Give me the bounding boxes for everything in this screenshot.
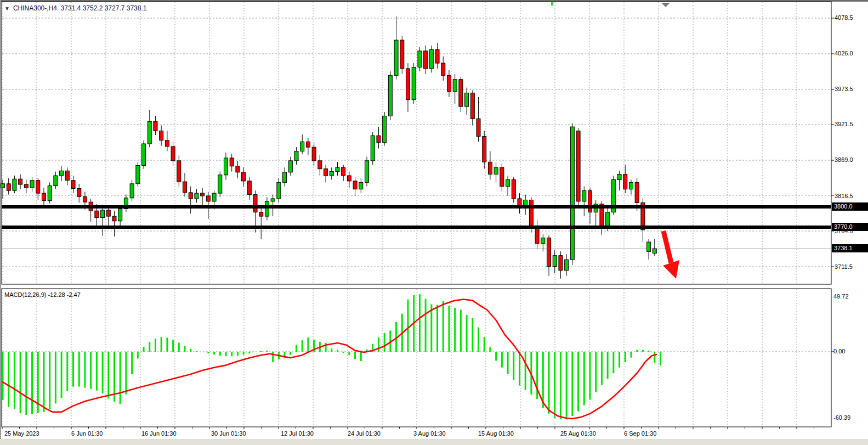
candle-body[interactable] <box>160 131 163 140</box>
candle-body[interactable] <box>476 119 480 136</box>
candle-body[interactable] <box>271 199 275 201</box>
candle-body[interactable] <box>547 238 551 267</box>
candle-body[interactable] <box>7 184 10 190</box>
candle-body[interactable] <box>506 179 510 186</box>
candle-body[interactable] <box>130 184 134 198</box>
candle-body[interactable] <box>247 181 251 195</box>
candle-body[interactable] <box>277 182 281 199</box>
candle-body[interactable] <box>24 184 28 188</box>
candle-body[interactable] <box>165 140 169 147</box>
candle-body[interactable] <box>453 80 457 92</box>
candle-body[interactable] <box>312 147 316 161</box>
candle-body[interactable] <box>359 182 363 189</box>
candle-body[interactable] <box>383 116 387 142</box>
candle-body[interactable] <box>77 188 81 196</box>
candle-body[interactable] <box>318 161 322 169</box>
candle-body[interactable] <box>324 169 328 176</box>
candle-body[interactable] <box>412 67 416 100</box>
candle-body[interactable] <box>371 136 375 161</box>
candle-body[interactable] <box>118 209 122 221</box>
candle-body[interactable] <box>459 80 463 106</box>
candle-body[interactable] <box>294 151 298 161</box>
candle-body[interactable] <box>418 51 422 67</box>
candle-body[interactable] <box>95 211 99 217</box>
candle-body[interactable] <box>635 182 639 202</box>
candle-body[interactable] <box>424 51 428 69</box>
candle-body[interactable] <box>377 136 381 142</box>
candle-body[interactable] <box>394 40 398 75</box>
candle-body[interactable] <box>259 212 263 216</box>
candle-body[interactable] <box>576 131 580 201</box>
candle-body[interactable] <box>212 193 216 201</box>
candle-body[interactable] <box>65 171 69 180</box>
candle-body[interactable] <box>365 161 369 183</box>
candle-body[interactable] <box>54 176 58 186</box>
candle-body[interactable] <box>106 210 110 216</box>
candle-body[interactable] <box>36 181 40 193</box>
candle-body[interactable] <box>623 174 627 189</box>
candle-body[interactable] <box>588 190 592 212</box>
candle-body[interactable] <box>470 93 474 119</box>
candle-body[interactable] <box>629 182 633 189</box>
candle-body[interactable] <box>19 179 22 184</box>
candle-body[interactable] <box>617 174 621 180</box>
candle-body[interactable] <box>429 49 433 69</box>
candle-body[interactable] <box>60 171 64 176</box>
candle-body[interactable] <box>541 238 545 244</box>
candle-body[interactable] <box>177 161 181 182</box>
candle-body[interactable] <box>224 158 228 175</box>
candle-body[interactable] <box>206 196 210 201</box>
candle-body[interactable] <box>300 142 304 151</box>
candle-body[interactable] <box>195 193 198 199</box>
candle-body[interactable] <box>494 167 498 174</box>
candle-body[interactable] <box>441 63 445 75</box>
candle-body[interactable] <box>512 179 515 199</box>
candle-body[interactable] <box>13 179 16 190</box>
candle-body[interactable] <box>529 200 533 226</box>
candle-body[interactable] <box>570 127 574 260</box>
candle-body[interactable] <box>465 93 469 106</box>
candle-body[interactable] <box>265 201 269 216</box>
candle-body[interactable] <box>230 158 234 166</box>
candle-body[interactable] <box>189 193 192 199</box>
candle-body[interactable] <box>653 249 656 253</box>
candle-body[interactable] <box>342 167 345 176</box>
chart-canvas[interactable] <box>0 0 868 445</box>
candle-body[interactable] <box>112 216 116 221</box>
candle-body[interactable] <box>347 176 351 181</box>
candle-body[interactable] <box>48 186 52 201</box>
candle-body[interactable] <box>71 181 75 189</box>
candle-body[interactable] <box>154 121 157 131</box>
candle-body[interactable] <box>553 256 557 267</box>
candle-body[interactable] <box>83 196 87 202</box>
candle-body[interactable] <box>406 69 410 100</box>
candle-body[interactable] <box>42 193 46 201</box>
candle-body[interactable] <box>218 175 222 193</box>
candle-body[interactable] <box>388 75 392 116</box>
candle-body[interactable] <box>435 49 439 63</box>
candle-body[interactable] <box>136 166 140 184</box>
candle-body[interactable] <box>582 190 586 201</box>
candle-body[interactable] <box>306 142 310 147</box>
candle-body[interactable] <box>565 260 569 271</box>
candle-body[interactable] <box>647 242 651 251</box>
candle-body[interactable] <box>336 167 339 171</box>
candle-body[interactable] <box>500 167 504 187</box>
candle-body[interactable] <box>236 166 240 172</box>
candle-body[interactable] <box>30 181 34 188</box>
candle-body[interactable] <box>400 40 404 69</box>
candle-body[interactable] <box>201 193 205 196</box>
candle-body[interactable] <box>147 121 151 144</box>
candle-body[interactable] <box>283 172 287 183</box>
candle-body[interactable] <box>488 162 492 174</box>
chevron-down-icon[interactable]: ▼ <box>4 5 10 12</box>
candle-body[interactable] <box>253 195 257 212</box>
candle-body[interactable] <box>1 184 5 188</box>
candle-body[interactable] <box>183 182 187 193</box>
candle-body[interactable] <box>330 172 333 176</box>
candle-body[interactable] <box>101 210 105 218</box>
candle-body[interactable] <box>447 75 451 92</box>
candle-body[interactable] <box>242 172 246 181</box>
candle-body[interactable] <box>606 212 610 227</box>
candle-body[interactable] <box>142 144 146 166</box>
